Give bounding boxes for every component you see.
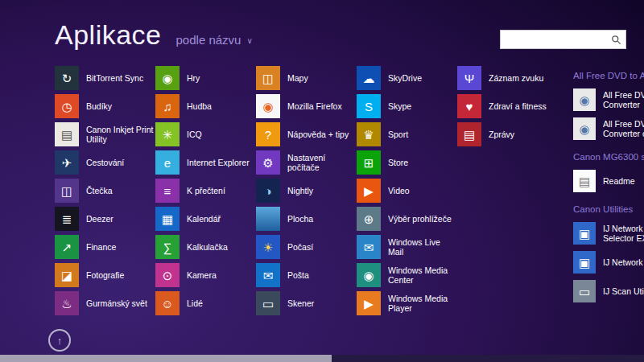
app-item-gurmansky-svet[interactable]: ♨Gurmánský svět	[55, 291, 155, 315]
app-label: Mapy	[287, 73, 357, 83]
app-item-canon-inkjet-print-utility[interactable]: ▤Canon Inkjet Print Utility	[55, 122, 155, 146]
app-label: Store	[388, 158, 457, 167]
app-label: Hudba	[187, 101, 256, 111]
app-item-finance[interactable]: ↗Finance	[55, 235, 155, 259]
app-item-hudba[interactable]: ♫Hudba	[155, 94, 256, 118]
app-item-readme[interactable]: ▤Readme	[573, 168, 644, 194]
app-item-skener[interactable]: ▭Skener	[256, 291, 357, 315]
horizontal-scrollbar[interactable]	[0, 355, 644, 362]
icq-icon: ✳	[155, 122, 180, 146]
app-label: Cestování	[86, 158, 155, 167]
app-label: Zdraví a fitness	[489, 101, 558, 111]
app-item-icq[interactable]: ✳ICQ	[155, 122, 256, 146]
app-column-5: ΨZáznam zvuku♥Zdraví a fitness▤Zprávy	[457, 66, 558, 150]
app-item-kalendar[interactable]: ▦Kalendář	[155, 207, 256, 231]
app-label: Kamera	[187, 270, 256, 280]
app-item-k-precteni[interactable]: ≡K přečtení	[155, 179, 256, 203]
search-box	[500, 30, 626, 49]
k-precteni-icon: ≡	[155, 179, 180, 203]
app-label: Readme	[603, 176, 644, 186]
app-item-all-free-dvd-to-avi-converter-on-the-web[interactable]: ◉All Free DVD to AVI Converter on the We…	[573, 116, 644, 142]
app-item-store[interactable]: ⊞Store	[357, 150, 457, 175]
all-free-dvd-to-avi-converter-on-the-web-icon: ◉	[573, 117, 596, 140]
cestovani-icon: ✈	[55, 150, 79, 175]
search-icon[interactable]	[611, 35, 621, 45]
napoveda-tipy-icon: ?	[256, 122, 280, 146]
app-item-plocha[interactable]: Plocha	[256, 207, 357, 231]
app-item-windows-media-player[interactable]: ▶Windows Media Player	[357, 291, 457, 315]
app-column-4: ☁SkyDriveSSkype♛Sport⊞Store▶Video⊕Výběr …	[357, 66, 457, 319]
chevron-down-icon: ∨	[246, 36, 252, 45]
app-item-bittorrent-sync[interactable]: ↻BitTorrent Sync	[55, 66, 155, 90]
kalendar-icon: ▦	[155, 207, 180, 231]
app-label: Nápověda + tipy	[287, 130, 357, 139]
app-item-pocasi[interactable]: ☀Počasí	[256, 235, 357, 259]
app-label: Gurmánský svět	[86, 298, 155, 308]
app-item-nastaveni-pocitace[interactable]: ⚙Nastavení počítače	[256, 150, 357, 175]
app-item-zaznam-zvuku[interactable]: ΨZáznam zvuku	[457, 66, 558, 90]
app-item-skydrive[interactable]: ☁SkyDrive	[357, 66, 457, 90]
app-label: Fotografie	[86, 270, 155, 280]
app-item-hry[interactable]: ◉Hry	[155, 66, 256, 90]
app-item-cestovani[interactable]: ✈Cestování	[55, 150, 155, 175]
app-item-ij-network-tool[interactable]: ▣IJ Network Tool	[573, 249, 644, 275]
app-item-windows-media-center[interactable]: ◉Windows Media Center	[357, 263, 457, 287]
app-item-video[interactable]: ▶Video	[357, 179, 457, 203]
app-item-lide[interactable]: ☺Lidé	[155, 291, 256, 315]
sort-label: podle názvu	[176, 33, 242, 47]
right-panel: All Free DVD to AVI Converter◉All Free D…	[573, 71, 644, 315]
canon-inkjet-print-utility-icon: ▤	[55, 122, 79, 146]
budiky-icon: ◷	[55, 94, 79, 118]
app-item-ctecka[interactable]: ◫Čtečka	[55, 179, 155, 203]
app-item-fotografie[interactable]: ◪Fotografie	[55, 263, 155, 287]
zaznam-zvuku-icon: Ψ	[457, 66, 481, 90]
app-item-kamera[interactable]: ⊙Kamera	[155, 263, 256, 287]
app-item-zpravy[interactable]: ▤Zprávy	[457, 122, 558, 146]
app-item-mozilla-firefox[interactable]: ◉Mozilla Firefox	[256, 94, 357, 118]
app-item-kalkulacka[interactable]: ∑Kalkulačka	[155, 235, 256, 259]
app-item-zdravi-a-fitness[interactable]: ♥Zdraví a fitness	[457, 94, 558, 118]
app-item-skype[interactable]: SSkype	[357, 94, 457, 118]
group-header-canon-utilities: Canon Utilities	[573, 204, 644, 214]
group-header-all-free-dvd-to-avi-converter: All Free DVD to AVI Converter	[573, 71, 644, 80]
app-item-ij-network-scanner-selector-ex[interactable]: ▣IJ Network Scanner Selector EX	[573, 220, 644, 246]
app-item-mapy[interactable]: ◫Mapy	[256, 66, 357, 90]
app-label: Windows Live Mail	[388, 237, 457, 257]
scroll-up-button[interactable]: ↑	[48, 329, 71, 352]
app-item-deezer[interactable]: ≣Deezer	[55, 207, 155, 231]
app-item-napoveda-tipy[interactable]: ?Nápověda + tipy	[256, 122, 357, 146]
app-label: Video	[388, 186, 457, 195]
app-item-vyber-prohlizece[interactable]: ⊕Výběr prohlížeče	[357, 207, 457, 231]
scrollbar-thumb[interactable]	[0, 355, 332, 362]
sort-dropdown[interactable]: podle názvu ∨	[176, 33, 253, 47]
search-input[interactable]	[501, 31, 611, 48]
app-item-nightly[interactable]: ◑Nightly	[256, 179, 357, 203]
sport-icon: ♛	[357, 122, 381, 146]
app-label: BitTorrent Sync	[86, 73, 155, 83]
store-icon: ⊞	[357, 150, 381, 175]
ij-network-scanner-selector-ex-icon: ▣	[573, 222, 596, 245]
app-label: Budíky	[86, 101, 155, 111]
ij-network-tool-icon: ▣	[573, 251, 596, 274]
app-label: Kalkulačka	[187, 242, 256, 252]
windows-live-mail-icon: ✉	[357, 235, 381, 259]
skydrive-icon: ☁	[357, 66, 381, 90]
app-item-internet-explorer[interactable]: eInternet Explorer	[155, 150, 256, 175]
app-label: IJ Network Tool	[603, 257, 644, 267]
app-item-ij-scan-utility[interactable]: ▭IJ Scan Utility	[573, 278, 644, 304]
app-item-posta[interactable]: ✉Pošta	[256, 263, 357, 287]
app-item-all-free-dvd-to-avi-converter[interactable]: ◉All Free DVD to AVI Converter	[573, 87, 644, 113]
app-label: All Free DVD to AVI Converter on the Web	[603, 119, 644, 138]
lide-icon: ☺	[155, 291, 180, 315]
app-item-budiky[interactable]: ◷Budíky	[55, 94, 155, 118]
ctecka-icon: ◫	[55, 179, 79, 203]
zpravy-icon: ▤	[457, 122, 481, 146]
app-item-sport[interactable]: ♛Sport	[357, 122, 457, 146]
plocha-icon	[256, 207, 280, 231]
group-header-canon-mg6300-series: Canon MG6300 series	[573, 152, 644, 162]
deezer-icon: ≣	[55, 207, 79, 231]
app-item-windows-live-mail[interactable]: ✉Windows Live Mail	[357, 235, 457, 259]
bittorrent-sync-icon: ↻	[55, 66, 79, 90]
kalkulacka-icon: ∑	[155, 235, 180, 259]
skype-icon: S	[357, 94, 381, 118]
